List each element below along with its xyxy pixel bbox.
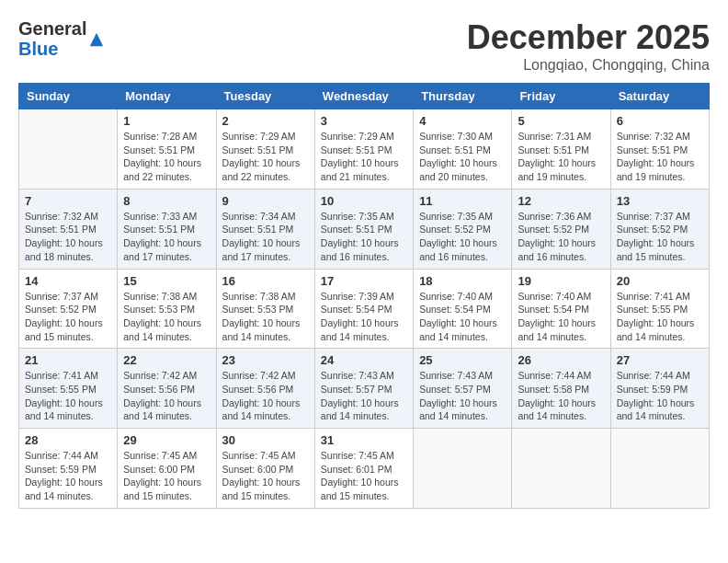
day-info: Sunrise: 7:43 AM Sunset: 5:57 PM Dayligh… — [419, 369, 506, 423]
day-info: Sunrise: 7:37 AM Sunset: 5:52 PM Dayligh… — [25, 290, 111, 344]
calendar-cell: 31Sunrise: 7:45 AM Sunset: 6:01 PM Dayli… — [314, 429, 413, 509]
day-number: 29 — [123, 433, 210, 447]
day-number: 23 — [222, 353, 309, 367]
weekday-friday: Friday — [512, 84, 610, 109]
day-info: Sunrise: 7:38 AM Sunset: 5:53 PM Dayligh… — [222, 290, 309, 344]
weekday-thursday: Thursday — [414, 84, 512, 109]
day-info: Sunrise: 7:29 AM Sunset: 5:51 PM Dayligh… — [222, 130, 309, 184]
day-info: Sunrise: 7:44 AM Sunset: 5:59 PM Dayligh… — [25, 449, 111, 503]
day-info: Sunrise: 7:34 AM Sunset: 5:51 PM Dayligh… — [222, 210, 309, 264]
calendar-cell: 5Sunrise: 7:31 AM Sunset: 5:51 PM Daylig… — [512, 109, 610, 190]
day-number: 26 — [518, 353, 604, 367]
day-number: 20 — [617, 274, 703, 288]
day-number: 6 — [617, 114, 703, 128]
calendar-cell: 2Sunrise: 7:29 AM Sunset: 5:51 PM Daylig… — [216, 109, 314, 190]
day-number: 24 — [321, 353, 407, 367]
calendar-cell: 10Sunrise: 7:35 AM Sunset: 5:51 PM Dayli… — [314, 189, 413, 269]
calendar-cell: 28Sunrise: 7:44 AM Sunset: 5:59 PM Dayli… — [19, 429, 118, 509]
location: Longqiao, Chongqing, China — [467, 57, 710, 74]
calendar-cell — [610, 429, 709, 509]
day-info: Sunrise: 7:35 AM Sunset: 5:51 PM Dayligh… — [321, 210, 407, 264]
day-number: 7 — [25, 194, 111, 208]
day-info: Sunrise: 7:45 AM Sunset: 6:00 PM Dayligh… — [123, 449, 210, 503]
calendar-cell: 17Sunrise: 7:39 AM Sunset: 5:54 PM Dayli… — [314, 269, 413, 349]
day-number: 11 — [419, 194, 506, 208]
calendar-cell — [414, 429, 512, 509]
day-number: 9 — [222, 194, 309, 208]
day-info: Sunrise: 7:32 AM Sunset: 5:51 PM Dayligh… — [25, 210, 111, 264]
calendar-cell: 3Sunrise: 7:29 AM Sunset: 5:51 PM Daylig… — [314, 109, 413, 190]
day-number: 27 — [617, 353, 703, 367]
day-info: Sunrise: 7:44 AM Sunset: 5:59 PM Dayligh… — [617, 369, 703, 423]
calendar-cell: 6Sunrise: 7:32 AM Sunset: 5:51 PM Daylig… — [610, 109, 709, 190]
calendar-week-row: 14Sunrise: 7:37 AM Sunset: 5:52 PM Dayli… — [19, 269, 710, 349]
day-number: 14 — [25, 274, 111, 288]
day-number: 8 — [123, 194, 210, 208]
logo-blue: Blue — [18, 39, 86, 59]
day-info: Sunrise: 7:45 AM Sunset: 6:01 PM Dayligh… — [321, 449, 407, 503]
day-info: Sunrise: 7:40 AM Sunset: 5:54 PM Dayligh… — [518, 290, 604, 344]
title-block: December 2025 Longqiao, Chongqing, China — [467, 18, 710, 74]
calendar-cell: 26Sunrise: 7:44 AM Sunset: 5:58 PM Dayli… — [512, 349, 610, 429]
calendar-cell: 24Sunrise: 7:43 AM Sunset: 5:57 PM Dayli… — [314, 349, 413, 429]
day-number: 22 — [123, 353, 210, 367]
day-number: 25 — [419, 353, 506, 367]
day-number: 15 — [123, 274, 210, 288]
calendar-cell: 11Sunrise: 7:35 AM Sunset: 5:52 PM Dayli… — [414, 189, 512, 269]
weekday-header-row: SundayMondayTuesdayWednesdayThursdayFrid… — [19, 84, 710, 109]
weekday-monday: Monday — [118, 84, 216, 109]
logo-icon — [88, 31, 105, 48]
day-info: Sunrise: 7:28 AM Sunset: 5:51 PM Dayligh… — [123, 130, 210, 184]
calendar-cell: 4Sunrise: 7:30 AM Sunset: 5:51 PM Daylig… — [414, 109, 512, 190]
calendar-cell: 8Sunrise: 7:33 AM Sunset: 5:51 PM Daylig… — [118, 189, 216, 269]
day-number: 19 — [518, 274, 604, 288]
day-info: Sunrise: 7:42 AM Sunset: 5:56 PM Dayligh… — [222, 369, 309, 423]
calendar-cell: 18Sunrise: 7:40 AM Sunset: 5:54 PM Dayli… — [414, 269, 512, 349]
logo: General Blue — [18, 18, 105, 59]
day-number: 17 — [321, 274, 407, 288]
calendar-week-row: 1Sunrise: 7:28 AM Sunset: 5:51 PM Daylig… — [19, 109, 710, 190]
calendar-cell: 21Sunrise: 7:41 AM Sunset: 5:55 PM Dayli… — [19, 349, 118, 429]
calendar-cell: 12Sunrise: 7:36 AM Sunset: 5:52 PM Dayli… — [512, 189, 610, 269]
day-number: 10 — [321, 194, 407, 208]
day-number: 12 — [518, 194, 604, 208]
svg-marker-0 — [90, 33, 103, 46]
day-info: Sunrise: 7:43 AM Sunset: 5:57 PM Dayligh… — [321, 369, 407, 423]
calendar-cell: 29Sunrise: 7:45 AM Sunset: 6:00 PM Dayli… — [118, 429, 216, 509]
day-info: Sunrise: 7:41 AM Sunset: 5:55 PM Dayligh… — [25, 369, 111, 423]
day-number: 4 — [419, 114, 506, 128]
day-info: Sunrise: 7:29 AM Sunset: 5:51 PM Dayligh… — [321, 130, 407, 184]
day-info: Sunrise: 7:38 AM Sunset: 5:53 PM Dayligh… — [123, 290, 210, 344]
day-info: Sunrise: 7:44 AM Sunset: 5:58 PM Dayligh… — [518, 369, 604, 423]
calendar-cell: 15Sunrise: 7:38 AM Sunset: 5:53 PM Dayli… — [118, 269, 216, 349]
calendar-cell: 7Sunrise: 7:32 AM Sunset: 5:51 PM Daylig… — [19, 189, 118, 269]
calendar-cell: 20Sunrise: 7:41 AM Sunset: 5:55 PM Dayli… — [610, 269, 709, 349]
day-info: Sunrise: 7:41 AM Sunset: 5:55 PM Dayligh… — [617, 290, 703, 344]
calendar-cell: 13Sunrise: 7:37 AM Sunset: 5:52 PM Dayli… — [610, 189, 709, 269]
day-number: 3 — [321, 114, 407, 128]
day-info: Sunrise: 7:31 AM Sunset: 5:51 PM Dayligh… — [518, 130, 604, 184]
calendar-cell: 14Sunrise: 7:37 AM Sunset: 5:52 PM Dayli… — [19, 269, 118, 349]
calendar-cell — [512, 429, 610, 509]
day-number: 2 — [222, 114, 309, 128]
day-number: 16 — [222, 274, 309, 288]
day-info: Sunrise: 7:45 AM Sunset: 6:00 PM Dayligh… — [222, 449, 309, 503]
calendar-cell: 23Sunrise: 7:42 AM Sunset: 5:56 PM Dayli… — [216, 349, 314, 429]
calendar-cell: 1Sunrise: 7:28 AM Sunset: 5:51 PM Daylig… — [118, 109, 216, 190]
calendar-cell: 25Sunrise: 7:43 AM Sunset: 5:57 PM Dayli… — [414, 349, 512, 429]
calendar-week-row: 7Sunrise: 7:32 AM Sunset: 5:51 PM Daylig… — [19, 189, 710, 269]
weekday-tuesday: Tuesday — [216, 84, 314, 109]
calendar-cell: 19Sunrise: 7:40 AM Sunset: 5:54 PM Dayli… — [512, 269, 610, 349]
calendar-table: SundayMondayTuesdayWednesdayThursdayFrid… — [18, 83, 710, 509]
weekday-sunday: Sunday — [19, 84, 118, 109]
weekday-wednesday: Wednesday — [314, 84, 413, 109]
calendar-cell — [19, 109, 118, 190]
day-number: 1 — [123, 114, 210, 128]
day-info: Sunrise: 7:39 AM Sunset: 5:54 PM Dayligh… — [321, 290, 407, 344]
day-number: 5 — [518, 114, 604, 128]
calendar-week-row: 28Sunrise: 7:44 AM Sunset: 5:59 PM Dayli… — [19, 429, 710, 509]
calendar-cell: 9Sunrise: 7:34 AM Sunset: 5:51 PM Daylig… — [216, 189, 314, 269]
day-info: Sunrise: 7:32 AM Sunset: 5:51 PM Dayligh… — [617, 130, 703, 184]
day-info: Sunrise: 7:33 AM Sunset: 5:51 PM Dayligh… — [123, 210, 210, 264]
day-info: Sunrise: 7:30 AM Sunset: 5:51 PM Dayligh… — [419, 130, 506, 184]
